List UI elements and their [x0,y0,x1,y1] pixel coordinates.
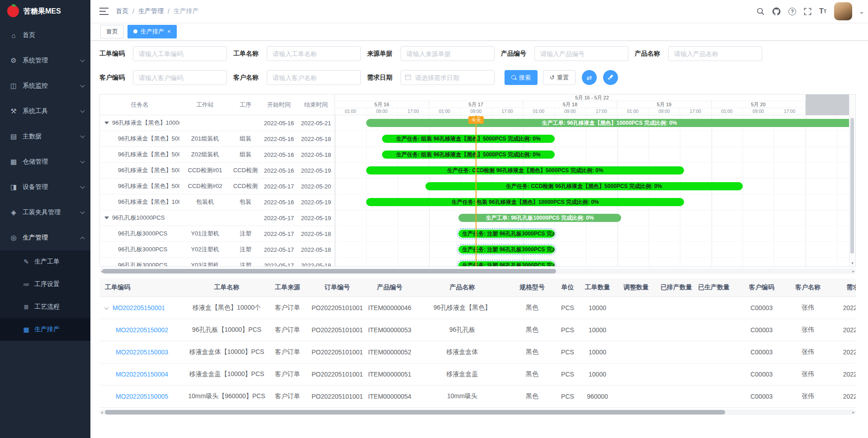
reset-button[interactable]: ↺ 重置 [543,70,576,85]
edit-circle-button[interactable] [603,70,618,85]
table-cell: 2022-05-20 [826,319,856,341]
scrollbar-thumb[interactable] [850,118,854,254]
sidebar-item[interactable]: ≣工艺流程 [0,296,90,318]
refresh-circle-button[interactable]: ⇄ [582,70,597,85]
column-header: 调整数量 [614,278,658,297]
tab-home[interactable]: 首页 [100,25,124,38]
breadcrumb-separator: / [168,8,170,15]
filter-input[interactable] [133,46,227,61]
production-icon: ◎ [9,234,18,242]
scrollbar-thumb[interactable] [105,410,725,414]
gantt-hour-label: 09:00 [743,108,774,115]
scroll-right-arrow-icon[interactable]: ▸ [852,268,854,274]
expand-caret-icon[interactable] [104,217,109,219]
scrollbar-thumb[interactable] [102,269,556,273]
gantt-bar[interactable]: 生产任务: CCD检测 96孔移液盒【黑色】5000PCS 完成比例: 0% [425,182,743,190]
home-icon: ⌂ [9,32,18,39]
gantt-bar[interactable]: 生产任务: 注塑 96孔孔板3000PCS 完成比例: 0% [458,245,555,254]
task-name-cell: 96孔孔板10000PCS [100,214,179,222]
gantt-task-row[interactable]: 96孔移液盒【黑色】10000PCS2022-05-162022-05-21 [100,115,335,131]
task-cell: 2022-05-20 [297,183,335,190]
gantt-bar[interactable]: 生产任务: CCD检测 96孔移液盒【黑色】5000PCS 完成比例: 0% [366,166,684,174]
filter-input[interactable] [401,46,495,61]
gantt-bar[interactable]: 生产任务: 组装 96孔移液盒【黑色】5000PCS 完成比例: 0% [382,135,555,143]
filter-group: 工单名称 [233,46,361,61]
sidebar-item[interactable]: ≔工序设置 [0,273,90,296]
sidebar-item[interactable]: ◈工装夹具管理 [0,200,90,225]
edit-icon [608,75,613,80]
breadcrumb-item-home[interactable]: 首页 [116,7,128,15]
tab-production-schedule[interactable]: 生产排产 × [127,25,177,38]
gantt-task-row[interactable]: 96孔移液盒【黑色】10000PCS包装机包装2022-05-162022-05… [100,194,335,210]
user-dropdown-caret-icon[interactable] [860,12,863,16]
sidebar-item[interactable]: ◎生产管理 [0,225,90,250]
user-avatar[interactable] [834,2,852,20]
gantt-bar[interactable]: 生产任务: 组装 96孔移液盒【黑色】5000PCS 完成比例: 0% [382,151,555,159]
table-row[interactable]: MO20220515000296孔孔板【10000】PCS客户订单PO20220… [99,319,856,341]
filter-input[interactable] [668,46,762,61]
sidebar-item[interactable]: ✎生产工单 [0,250,90,273]
table-row[interactable]: MO202205150004移液盒盒盖【10000】PCS客户订单PO20220… [99,363,856,385]
table-row[interactable]: MO202205150001移液盒【黑色】10000个客户订单PO2022051… [99,297,856,319]
task-cell: 2022-05-17 [260,215,297,221]
font-size-icon[interactable]: TT [819,7,826,15]
search-button[interactable]: 搜索 [505,70,538,85]
table-cell: ITEM00000054 [365,385,415,407]
gantt-bar[interactable]: 生产工单: 96孔移液盒【黑色】10000PCS 完成比例: 0% [366,119,849,127]
gantt-task-row[interactable]: 96孔移液盒【黑色】5000PCSCCD检测#02CCD检测2022-05-17… [100,179,335,194]
search-icon[interactable] [756,7,764,15]
gantt-bar[interactable]: 生产任务: 注塑 96孔孔板3000PCS 完成比例: 0% [458,230,555,238]
gantt-horizontal-scrollbar[interactable]: ◂ ▸ [99,268,856,274]
gantt-task-row[interactable]: 96孔移液盒【黑色】5000PCSCCD检测#01CCD检测2022-05-16… [100,163,335,179]
sidebar-item[interactable]: ⚙系统管理 [0,48,90,73]
help-icon[interactable]: ? [788,8,796,15]
gantt-task-row[interactable]: 96孔移液盒【黑色】5000PCSZ01组装机组装2022-05-162022-… [100,131,335,147]
sidebar-toggle-icon[interactable] [90,7,116,15]
gantt-bar[interactable]: 生产任务: 注塑 96孔孔板3000PCS 完成比例: 0% [458,261,555,266]
sidebar-item[interactable]: ▤主数据 [0,124,90,149]
task-cell: Z01组装机 [179,135,231,143]
task-name: 96孔孔板3000PCS [118,261,167,266]
expand-chevron-icon[interactable] [104,305,109,310]
sidebar-item[interactable]: ▦仓储管理 [0,149,90,174]
filter-input[interactable] [534,46,628,61]
gantt-vertical-scrollbar[interactable]: ▾ [849,94,855,266]
order-link[interactable]: MO202205150004 [116,371,168,378]
filter-group: 产品编号 [501,46,628,61]
app-logo[interactable]: 苦糖果MES [0,0,90,23]
gantt-task-row[interactable]: 96孔孔板3000PCSY01注塑机注塑2022-05-172022-05-18 [100,226,335,242]
scroll-right-arrow-icon[interactable]: ▸ [852,410,854,415]
github-icon[interactable] [772,7,781,16]
table-cell: PO202205101001 [310,363,365,385]
gantt-task-row[interactable]: 96孔孔板3000PCSY03注塑机注塑2022-05-172022-05-18 [100,258,335,266]
chevron-down-icon [80,58,85,62]
table-row[interactable]: MO20220515000510mm吸头【960000】PCS客户订单PO202… [99,385,856,407]
column-header: 需求日期 [826,278,856,297]
scroll-left-arrow-icon[interactable]: ◂ [101,410,103,415]
filter-input[interactable] [267,46,361,61]
gantt-task-row[interactable]: 96孔移液盒【黑色】5000PCSZ02组装机组装2022-05-162022-… [100,147,335,163]
breadcrumb-item-production[interactable]: 生产管理 [138,7,164,15]
fullscreen-icon[interactable] [804,8,811,15]
gantt-bar[interactable]: 生产工单: 96孔孔板10000PCS 完成比例: 0% [458,214,621,222]
filter-input[interactable] [267,70,361,85]
gantt-task-row[interactable]: 96孔孔板3000PCSY02注塑机注塑2022-05-172022-05-18 [100,242,335,258]
expand-caret-icon[interactable] [104,122,109,124]
scroll-down-arrow-icon[interactable]: ▾ [849,260,855,266]
demand-date-input[interactable] [401,70,495,85]
close-icon[interactable]: × [167,28,171,34]
order-link[interactable]: MO202205150002 [116,326,168,334]
order-link[interactable]: MO202205150003 [116,349,168,356]
orders-horizontal-scrollbar[interactable]: ◂ ▸ [99,410,856,415]
sidebar-item[interactable]: ▦生产排产 [0,318,90,341]
table-row[interactable]: MO202205150003移液盒盒体【10000】PCS客户订单PO20220… [99,341,856,363]
gantt-bar[interactable]: 生产任务: 包装 96孔移液盒【黑色】10000PCS 完成比例: 0% [366,198,684,206]
gantt-task-row[interactable]: 96孔孔板10000PCS2022-05-172022-05-19 [100,210,335,226]
sidebar-item[interactable]: ⌂首页 [0,23,90,48]
sidebar-item[interactable]: ◨设备管理 [0,174,90,200]
filter-input[interactable] [133,70,227,85]
order-link[interactable]: MO202205150005 [116,393,168,400]
order-link[interactable]: MO202205150001 [113,304,165,311]
sidebar-item[interactable]: ◫系统监控 [0,73,90,99]
sidebar-item[interactable]: ⚒系统工具 [0,99,90,124]
